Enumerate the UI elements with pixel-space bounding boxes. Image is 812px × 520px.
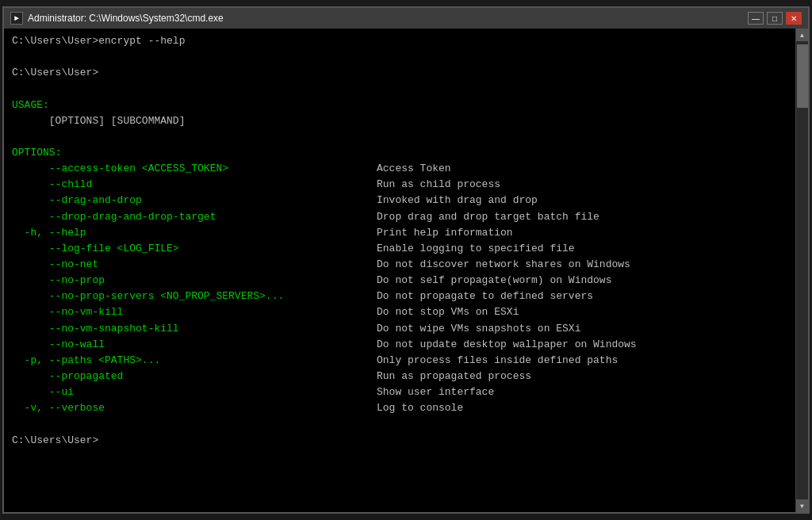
scroll-thumb[interactable] xyxy=(797,44,808,108)
option-row-10: --no-vm-snapshot-kill Do not wipe VMs sn… xyxy=(12,321,787,337)
option-desc-12: Only process files inside defined paths xyxy=(377,353,618,369)
option-name-8: --no-prop-servers <NO_PROP_SERVERS>... xyxy=(12,289,377,304)
option-desc-11: Do not update desktop wallpaper on Windo… xyxy=(377,337,637,353)
maximize-button[interactable]: □ xyxy=(767,12,783,25)
option-name-2: --drag-and-drop xyxy=(12,193,377,208)
final-prompt: C:\Users\User> xyxy=(12,433,787,449)
option-desc-10: Do not wipe VMs snapshots on ESXi xyxy=(377,321,580,337)
option-name-12: -p, --paths <PATHS>... xyxy=(12,353,377,369)
option-row-1: --child Run as child process xyxy=(12,177,787,193)
scroll-track xyxy=(796,41,808,499)
option-desc-14: Show user interface xyxy=(377,384,494,400)
option-desc-2: Invoked with drag and drop xyxy=(377,193,538,208)
option-row-3: --drop-drag-and-drop-target Drop drag an… xyxy=(12,209,787,225)
option-desc-9: Do not stop VMs on ESXi xyxy=(377,304,519,320)
console-area: C:\Users\User>encrypt --help C:\Users\Us… xyxy=(4,29,795,512)
options-list: --access-token <ACCESS_TOKEN> Access Tok… xyxy=(12,161,787,416)
minimize-button[interactable]: — xyxy=(748,12,764,25)
option-row-12: -p, --paths <PATHS>... Only process file… xyxy=(12,353,787,369)
option-name-14: --ui xyxy=(12,384,377,400)
option-row-15: -v, --verbose Log to console xyxy=(12,400,787,416)
option-row-6: --no-net Do not discover network shares … xyxy=(12,257,787,273)
option-name-5: --log-file <LOG_FILE> xyxy=(12,241,377,257)
usage-label: USAGE: xyxy=(12,98,787,113)
option-row-13: --propagated Run as propagated process xyxy=(12,369,787,384)
close-button[interactable]: ✕ xyxy=(786,12,802,25)
options-label: OPTIONS: xyxy=(12,145,787,161)
blank-line-4 xyxy=(12,416,787,432)
cmd-window: ► Administrator: C:\Windows\System32\cmd… xyxy=(2,6,810,514)
option-desc-1: Run as child process xyxy=(377,177,500,193)
option-name-0: --access-token <ACCESS_TOKEN> xyxy=(12,161,377,177)
option-name-13: --propagated xyxy=(12,369,377,384)
option-row-7: --no-prop Do not self propagate(worm) on… xyxy=(12,273,787,289)
option-name-9: --no-vm-kill xyxy=(12,304,377,320)
option-row-9: --no-vm-kill Do not stop VMs on ESXi xyxy=(12,304,787,320)
blank-line-1 xyxy=(12,49,787,65)
option-desc-5: Enable logging to specified file xyxy=(377,241,575,257)
blank-line-2 xyxy=(12,81,787,97)
scroll-up-button[interactable]: ▲ xyxy=(796,29,809,41)
option-name-3: --drop-drag-and-drop-target xyxy=(12,209,377,225)
option-row-14: --ui Show user interface xyxy=(12,384,787,400)
option-name-15: -v, --verbose xyxy=(12,400,377,416)
window-controls: — □ ✕ xyxy=(748,12,802,25)
cmd-icon: ► xyxy=(10,12,23,25)
scrollbar[interactable]: ▲ ▼ xyxy=(795,29,808,512)
option-desc-7: Do not self propagate(worm) on Windows xyxy=(377,273,611,289)
window-title: Administrator: C:\Windows\System32\cmd.e… xyxy=(28,13,224,24)
command-line-1: C:\Users\User>encrypt --help xyxy=(12,33,787,49)
usage-args: [OPTIONS] [SUBCOMMAND] xyxy=(12,113,787,129)
option-row-4: -h, --help Print help information xyxy=(12,225,787,241)
option-desc-8: Do not propagate to defined servers xyxy=(377,289,593,304)
option-name-10: --no-vm-snapshot-kill xyxy=(12,321,377,337)
option-desc-0: Access Token xyxy=(377,161,451,177)
option-name-4: -h, --help xyxy=(12,225,377,241)
command-line-2: C:\Users\User> xyxy=(12,65,787,81)
title-bar: ► Administrator: C:\Windows\System32\cmd… xyxy=(4,8,808,29)
option-row-5: --log-file <LOG_FILE> Enable logging to … xyxy=(12,241,787,257)
option-name-11: --no-wall xyxy=(12,337,377,353)
option-desc-3: Drop drag and drop target batch file xyxy=(377,209,599,225)
blank-line-3 xyxy=(12,129,787,145)
option-desc-4: Print help information xyxy=(377,225,513,241)
scroll-down-button[interactable]: ▼ xyxy=(796,499,809,512)
option-name-7: --no-prop xyxy=(12,273,377,289)
option-desc-6: Do not discover network shares on Window… xyxy=(377,257,630,273)
option-desc-13: Run as propagated process xyxy=(377,369,531,384)
option-row-8: --no-prop-servers <NO_PROP_SERVERS>... D… xyxy=(12,289,787,304)
option-name-1: --child xyxy=(12,177,377,193)
option-row-2: --drag-and-drop Invoked with drag and dr… xyxy=(12,193,787,208)
console-content: C:\Users\User>encrypt --help C:\Users\Us… xyxy=(12,33,787,507)
option-desc-15: Log to console xyxy=(377,400,463,416)
option-row-0: --access-token <ACCESS_TOKEN> Access Tok… xyxy=(12,161,787,177)
title-bar-left: ► Administrator: C:\Windows\System32\cmd… xyxy=(10,12,224,25)
option-name-6: --no-net xyxy=(12,257,377,273)
option-row-11: --no-wall Do not update desktop wallpape… xyxy=(12,337,787,353)
